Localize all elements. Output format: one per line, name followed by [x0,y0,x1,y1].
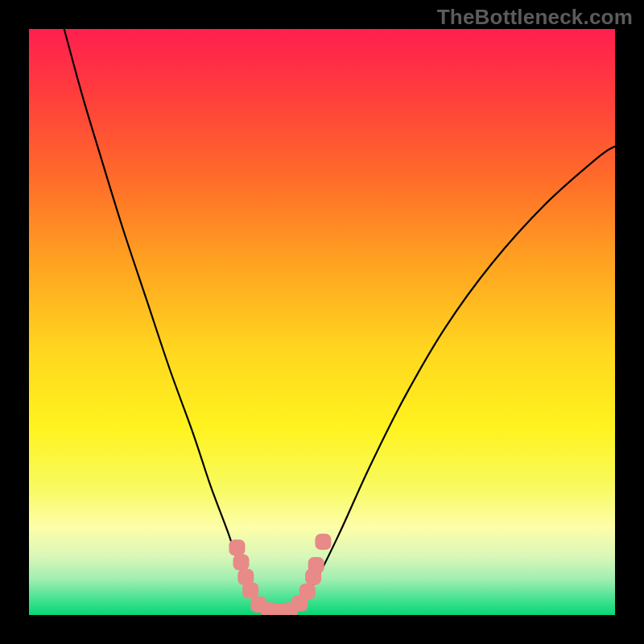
highlight-marker [242,582,258,598]
highlight-marker [233,554,250,570]
highlight-marker [315,534,331,550]
bottleneck-chart [0,0,644,644]
highlight-marker [299,584,316,600]
watermark-label: TheBottleneck.com [437,5,633,30]
highlight-marker [229,539,245,555]
chart-container: TheBottleneck.com [0,0,644,644]
plot-background [29,29,615,615]
highlight-marker [308,557,324,573]
